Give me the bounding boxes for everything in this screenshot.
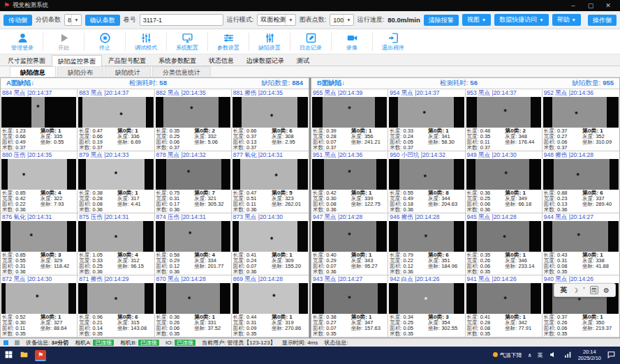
file-explorer-icon[interactable] (20, 350, 29, 361)
defect-cell[interactable]: 877 氧化 |20:14:31 长度: 0.47 宽度: 0.51 面积: 0… (232, 151, 309, 213)
defect-cell[interactable]: 875 压伤 |20:14:31 长度: 1.05 宽度: 0.33 面积: 0… (78, 213, 154, 275)
defect-image[interactable] (466, 283, 541, 314)
defect-cell[interactable]: 944 黑点 |20:14:27 长度: 0.43 宽度: 0.31 面积: 0… (542, 213, 619, 275)
main-tab-5[interactable]: 边缘数据记录 (240, 54, 290, 66)
defect-cell[interactable]: 950 小凹坑 |20:14:32 长度: 0.55 宽度: 0.49 面积: … (388, 151, 465, 213)
defect-image[interactable] (78, 221, 153, 252)
defect-cell[interactable]: 873 黑点 |20:14:30 长度: 0.41 宽度: 0.24 面积: 0… (232, 213, 309, 275)
defect-cell[interactable]: 884 黑点 |20:14:37 长度: 1.23 宽度: 0.66 面积: 0… (1, 89, 78, 151)
slit-count-select[interactable]: 8 ▼ (64, 14, 82, 26)
network-icon[interactable] (563, 350, 573, 361)
defect-image[interactable] (1, 159, 76, 190)
moon-icon[interactable]: ☽ (572, 287, 578, 294)
defect-image[interactable] (156, 97, 230, 128)
operator-side-button[interactable]: 操作侧 (588, 15, 617, 26)
ime-simplified-toggle[interactable]: 简 (590, 286, 599, 294)
action-exit-button[interactable]: 退出程序 (374, 31, 413, 52)
defect-cell[interactable]: 941 黑点 |20:14:26 长度: 0.41 宽度: 0.28 面积: 0… (466, 275, 542, 338)
defect-image[interactable] (156, 159, 230, 190)
defect-image[interactable] (389, 283, 464, 314)
drive-side-button[interactable]: 传动侧 (3, 15, 32, 26)
action-log-button[interactable]: 日志记录 (291, 31, 330, 52)
panel-a-title[interactable]: A面缺陷↓ (6, 79, 34, 88)
main-tab-0[interactable]: 尺寸监控界面 (1, 54, 52, 66)
defect-image[interactable] (232, 221, 308, 252)
defect-cell[interactable]: 955 黑点 |20:14:39 长度: 0.39 宽度: 0.28 面积: 0… (311, 89, 388, 151)
defect-cell[interactable]: 881 擦伤 |20:14:35 长度: 0.66 宽度: 0.37 面积: 0… (232, 89, 309, 151)
action-params-button[interactable]: 参数设置 (209, 31, 248, 52)
defect-cell[interactable]: 872 黑点 |20:14:30 长度: 0.52 宽度: 0.30 面积: 0… (1, 275, 78, 338)
main-tab-6[interactable]: 测试 (290, 54, 316, 66)
main-tab-3[interactable]: 系统参数配置 (152, 54, 202, 66)
defect-cell[interactable]: 946 擦伤 |20:14:28 长度: 0.79 宽度: 0.22 面积: 0… (388, 213, 465, 275)
defect-cell[interactable]: 953 黑点 |20:14:37 长度: 0.48 宽度: 0.35 面积: 0… (466, 89, 542, 151)
defect-cell[interactable]: 942 白点 |20:14:26 长度: 0.34 宽度: 0.25 面积: 0… (388, 275, 465, 338)
defect-image[interactable] (1, 221, 76, 252)
action-debug-button[interactable]: 调试模式 (126, 31, 165, 52)
sub-tab-1[interactable]: 缺陷分布 (57, 66, 103, 77)
main-tab-1[interactable]: 缺陷监控界面 (52, 55, 102, 66)
confirm-count-button[interactable]: 确认条数 (85, 15, 120, 26)
defect-image[interactable] (312, 283, 387, 314)
minimize-button[interactable]: – (565, 2, 582, 9)
defect-cell[interactable]: 871 擦伤 |20:14:29 长度: 0.96 宽度: 0.21 面积: 0… (78, 275, 154, 338)
action-levels-button[interactable]: 缺陷设置 (250, 31, 289, 52)
close-button[interactable]: ✕ (600, 2, 617, 9)
input-language-indicator[interactable]: 英 (538, 351, 543, 359)
defect-image[interactable] (232, 97, 308, 128)
action-stop-button[interactable]: 停止 (85, 31, 124, 52)
roll-number-input[interactable] (140, 14, 223, 26)
defect-cell[interactable]: 879 黑点 |20:14:33 长度: 0.38 宽度: 0.28 面积: 0… (78, 151, 154, 213)
defect-cell[interactable]: 882 黑点 |20:14:35 长度: 0.35 宽度: 0.25 面积: 0… (155, 89, 232, 151)
main-tab-4[interactable]: 状态信息 (202, 54, 240, 66)
start-button[interactable] (4, 350, 13, 361)
defect-image[interactable] (543, 97, 619, 128)
defect-image[interactable] (389, 159, 464, 190)
view-menu-button[interactable]: 视图▼ (462, 14, 491, 26)
defect-cell[interactable]: 948 擦伤 |20:14:28 长度: 0.88 宽度: 0.23 面积: 0… (542, 151, 619, 213)
ime-language-toggle[interactable]: 英 (560, 285, 567, 295)
help-menu-button[interactable]: 帮助▼ (552, 14, 581, 26)
defect-image[interactable] (312, 159, 387, 190)
sub-tab-0[interactable]: 缺陷信息 (10, 66, 56, 77)
defect-cell[interactable]: 878 黑点 |20:14:32 长度: 0.75 宽度: 0.31 面积: 0… (155, 151, 232, 213)
data-quick-access-button[interactable]: 数据快捷访问▼ (494, 14, 548, 26)
defect-cell[interactable]: 954 黑点 |20:14:37 长度: 0.33 宽度: 0.24 面积: 0… (388, 89, 465, 151)
action-user-button[interactable]: 管理登录 (3, 31, 42, 52)
defect-image[interactable] (1, 97, 76, 128)
notification-center-icon[interactable] (607, 350, 616, 361)
defect-cell[interactable]: 869 黑点 |20:14:28 长度: 0.44 宽度: 0.31 面积: 0… (232, 275, 309, 338)
defect-image[interactable] (156, 221, 230, 252)
defect-image[interactable] (466, 221, 541, 252)
defect-image[interactable] (312, 221, 387, 252)
defect-image[interactable] (466, 159, 541, 190)
defect-image[interactable] (543, 159, 619, 190)
defect-cell[interactable]: 943 黑点 |20:14:27 长度: 0.38 宽度: 0.27 面积: 0… (311, 275, 388, 338)
maximize-button[interactable]: ▢ (582, 2, 599, 9)
defect-image[interactable] (389, 97, 464, 128)
defect-cell[interactable]: 945 黑点 |20:14:28 长度: 0.35 宽度: 0.26 面积: 0… (466, 213, 542, 275)
apostrophe-key-icon[interactable]: ’ (583, 287, 584, 294)
action-play-button[interactable]: 开始 (44, 31, 83, 52)
defect-image[interactable] (1, 283, 76, 314)
main-tab-2[interactable]: 产品型号配置 (102, 54, 152, 66)
defect-image[interactable] (312, 97, 387, 128)
defect-image[interactable] (78, 283, 153, 314)
defect-image[interactable] (156, 283, 230, 314)
defect-image[interactable] (232, 159, 308, 190)
sub-tab-2[interactable]: 缺陷统计 (105, 66, 151, 77)
defect-cell[interactable]: 952 黑点 |20:14:36 长度: 0.37 宽度: 0.27 面积: 0… (542, 89, 619, 151)
tray-expand-chevron[interactable]: ∧ (528, 352, 532, 358)
volume-icon[interactable] (549, 350, 558, 361)
inspection-app-taskbar-icon[interactable]: ⚑ (35, 350, 46, 361)
defect-cell[interactable]: 951 黑点 |20:14:36 长度: 0.42 宽度: 0.30 面积: 0… (311, 151, 388, 213)
defect-cell[interactable]: 947 黑点 |20:14:28 长度: 0.40 宽度: 0.29 面积: 0… (311, 213, 388, 275)
taskbar-clock[interactable]: 20:14 2025/2/10 (578, 349, 601, 361)
defect-cell[interactable]: 949 黑点 |20:14:30 长度: 0.36 宽度: 0.25 面积: 0… (466, 151, 542, 213)
action-monitor-button[interactable]: 系统配置 (168, 31, 207, 52)
defect-image[interactable] (78, 97, 153, 128)
run-mode-select[interactable]: 双面检测 ▼ (257, 14, 295, 26)
sub-tab-3[interactable]: 分类信息统计 (152, 66, 211, 77)
defect-cell[interactable]: 876 氧化 |20:14:31 长度: 0.85 宽度: 0.55 面积: 0… (1, 213, 78, 275)
clear-alarm-button[interactable]: 清除报警 (424, 15, 459, 26)
